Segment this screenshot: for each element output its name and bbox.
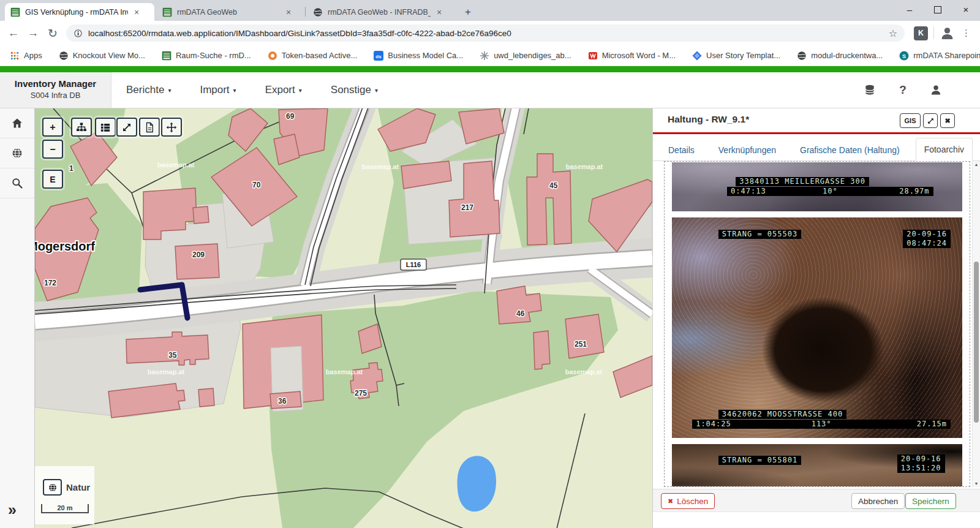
user-icon[interactable] <box>930 84 942 96</box>
bookmark-label: uwd_lebendiges_ab... <box>494 51 571 60</box>
edit-mode-button[interactable]: E <box>42 170 63 189</box>
sitemap-tool-button[interactable] <box>71 118 92 137</box>
sidebar-collapse-icon[interactable]: » <box>8 501 17 519</box>
bookmark-user-story[interactable]: User Story Templat... <box>692 51 780 61</box>
bookmark-label: Business Model Ca... <box>388 51 463 60</box>
photo-date: 20-09-16 <box>901 454 941 464</box>
menu-label: Sonstige <box>331 84 371 96</box>
bookmark-star-icon[interactable]: ☆ <box>889 28 897 39</box>
tab-close-icon[interactable]: × <box>285 8 292 17</box>
svg-text:1: 1 <box>69 164 74 173</box>
bookmark-word[interactable]: Microsoft Word - M... <box>588 51 676 61</box>
browser-tab-1[interactable]: GIS Verknüpfung - rmDATA Inven × <box>5 3 154 21</box>
photo-strang: STRANG = 055801 <box>718 456 801 465</box>
panel-expand-button[interactable] <box>923 113 938 128</box>
reload-button[interactable]: ↻ <box>43 23 62 43</box>
panel-close-button[interactable]: ✖ <box>940 113 955 128</box>
svg-text:basemap.at: basemap.at <box>566 163 603 170</box>
svg-text:209: 209 <box>192 251 205 259</box>
menu-export[interactable]: Export▾ <box>265 84 302 96</box>
tab-details[interactable]: Details <box>660 139 703 161</box>
tab-fotoarchiv[interactable]: Fotoarchiv <box>916 138 973 161</box>
photo-list[interactable]: 33840113 MEILLERGASSE 300 0:47:13 10° 28… <box>664 161 970 487</box>
fullscreen-tool-button[interactable] <box>116 118 137 137</box>
tab-close-icon[interactable]: × <box>435 8 443 17</box>
url-text: localhost:65200/rmdata.web.application/I… <box>88 29 883 38</box>
window-close-button[interactable]: × <box>952 0 980 19</box>
expand-arrows-icon <box>927 117 935 125</box>
pdf-export-button[interactable] <box>139 118 160 137</box>
database-icon[interactable] <box>864 84 876 96</box>
bookmark-label: Raum-Suche - rmD... <box>176 51 251 60</box>
help-icon[interactable]: ? <box>896 83 910 97</box>
scrollbar-thumb[interactable] <box>974 262 979 423</box>
menu-berichte[interactable]: Berichte▾ <box>126 84 171 96</box>
scroll-down-icon[interactable]: ▼ <box>973 481 980 486</box>
menu-sonstige[interactable]: Sonstige▾ <box>331 84 378 96</box>
zoom-in-button[interactable]: + <box>42 118 63 137</box>
table-tool-button[interactable] <box>95 118 116 137</box>
bookmark-label: Knockout View Mo... <box>73 51 145 60</box>
sitemap-icon <box>76 122 87 133</box>
inspection-photo[interactable]: STRANG = 055503 20-09-16 08:47:24 346200… <box>672 217 962 438</box>
svg-text:basemap.at: basemap.at <box>565 368 603 375</box>
address-bar[interactable]: localhost:65200/rmdata.web.application/I… <box>66 25 905 42</box>
svg-text:basemap.at: basemap.at <box>362 163 399 170</box>
browser-profile-avatar[interactable] <box>940 26 955 41</box>
bookmarks-bar: Apps Knockout View Mo... Raum-Suche - rm… <box>0 45 980 66</box>
sidebar-item-map[interactable] <box>0 138 34 168</box>
globe-icon <box>48 483 58 492</box>
map-viewport[interactable]: L116 69 1 70 45 217 209 172 46 251 35 36… <box>35 108 652 528</box>
tab-grafische-daten[interactable]: Grafische Daten (Haltung) <box>792 139 908 161</box>
sidebar-item-home[interactable] <box>0 108 34 138</box>
svg-text:275: 275 <box>355 389 367 398</box>
browser-tab-2[interactable]: rmDATA GeoWeb × <box>157 3 304 21</box>
browser-menu-icon[interactable]: ⋮ <box>962 28 971 39</box>
forward-button[interactable]: → <box>23 23 43 43</box>
bookmark-label: Token-based Active... <box>282 51 358 60</box>
bookmark-raumsuche[interactable]: Raum-Suche - rmD... <box>162 51 251 61</box>
chevron-down-icon: ▾ <box>233 87 236 94</box>
photo-distance: 27.15m <box>863 420 947 429</box>
bookmark-knockout[interactable]: Knockout View Mo... <box>59 51 145 61</box>
bookmark-sharepoint[interactable]: SrmDATA Sharepoint... <box>899 51 980 61</box>
svg-text:L116: L116 <box>406 261 421 268</box>
svg-text:45: 45 <box>549 181 558 190</box>
basemap[interactable]: L116 69 1 70 45 217 209 172 46 251 35 36… <box>35 108 652 528</box>
app-title-box[interactable]: Inventory Manager S004 Infra DB <box>0 72 111 108</box>
save-button[interactable]: Speichern <box>905 493 956 509</box>
window-minimize-button[interactable]: – <box>895 0 924 19</box>
gis-button[interactable]: GIS <box>900 113 921 128</box>
bookmark-apps[interactable]: Apps <box>10 51 42 61</box>
extension-badge[interactable]: K <box>914 26 928 40</box>
new-tab-button[interactable]: + <box>461 5 475 20</box>
bookmark-business-model[interactable]: dsBusiness Model Ca... <box>374 51 463 61</box>
tab-close-icon[interactable]: × <box>133 8 140 17</box>
photo-strang: STRANG = 055503 <box>718 230 801 239</box>
menu-import[interactable]: Import▾ <box>200 84 236 96</box>
basemap-toggle-button[interactable] <box>43 479 62 496</box>
bookmark-uwd[interactable]: uwd_lebendiges_ab... <box>480 51 571 61</box>
svg-text:basemap.at: basemap.at <box>326 368 363 375</box>
basemap-name: Natur <box>66 482 90 492</box>
inspection-photo[interactable]: STRANG = 055801 20-09-16 13:51:20 <box>672 444 962 487</box>
sidebar-item-search[interactable] <box>0 168 34 198</box>
svg-text:46: 46 <box>516 309 525 318</box>
back-button[interactable]: ← <box>4 23 23 43</box>
bookmark-modul[interactable]: modul-druckentwa... <box>797 51 883 61</box>
delete-x-icon: ✖ <box>668 497 673 505</box>
cancel-button[interactable]: Abbrechen <box>851 493 905 509</box>
zoom-out-button[interactable]: − <box>42 140 63 159</box>
svg-text:69: 69 <box>286 112 295 121</box>
tab-title: rmDATA GeoWeb - INFRADB_M3 <box>328 8 431 17</box>
bookmark-token[interactable]: Token-based Active... <box>268 51 358 61</box>
panel-scrollbar[interactable]: ▲ ▼ <box>972 161 980 487</box>
panel-title: Haltung - RW_9.1* <box>668 114 749 125</box>
window-maximize-button[interactable] <box>924 0 952 19</box>
inspection-photo[interactable]: 33840113 MEILLERGASSE 300 0:47:13 10° 28… <box>672 162 962 211</box>
scroll-up-icon[interactable]: ▲ <box>973 162 980 167</box>
tab-verknuepfungen[interactable]: Verknüpfungen <box>710 139 784 161</box>
pan-tool-button[interactable] <box>161 118 182 137</box>
browser-tab-3[interactable]: rmDATA GeoWeb - INFRADB_M3 × <box>307 3 454 21</box>
delete-button[interactable]: ✖ Löschen <box>661 493 715 509</box>
